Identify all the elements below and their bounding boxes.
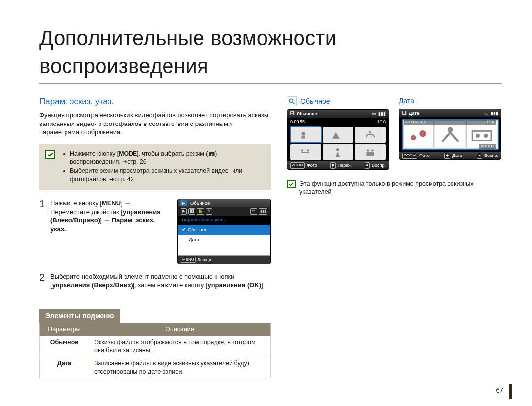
page-number-tab (509, 384, 512, 399)
thumbnail (323, 144, 354, 160)
preview-title-label: Дата (399, 96, 414, 106)
svg-point-0 (289, 99, 293, 103)
menu-header: Парам. эскиз. указ. (178, 216, 270, 225)
svg-point-2 (302, 132, 305, 135)
storage-icon: ▭ (250, 208, 257, 215)
step-number: 1 (39, 199, 50, 209)
params-table: Параметры Описание Обычное Эскизы файлов… (39, 323, 271, 378)
zoom-badge: ZOOM (402, 153, 417, 159)
nav-icon: ◆ (330, 162, 336, 169)
svg-rect-3 (302, 136, 305, 139)
chip-icon: 🅰 (188, 208, 195, 215)
menu-footer-label: Выход (198, 257, 211, 263)
preview-block-normal: Обычное 🎞Обычное ▭▮▮▮ 0:00:55 1/10 (287, 96, 389, 170)
thumbnail (355, 144, 386, 160)
menu-screen: ► Обычное ▶ 🅰 🔒 ✎ (177, 199, 271, 264)
film-icon: 🎞 (402, 110, 407, 116)
date-row: 01/01/20121/10 0:10:31 (402, 119, 498, 150)
page-title: Дополнительные возможности воспроизведен… (39, 25, 501, 80)
right-column: Обычное 🎞Обычное ▭▮▮▮ 0:00:55 1/10 (287, 96, 501, 378)
svg-point-8 (336, 148, 339, 151)
submenu-title: Элементы подменю (39, 309, 120, 323)
svg-rect-11 (366, 152, 374, 156)
ok-icon: ● (477, 153, 482, 159)
table-header-desc: Описание (89, 323, 271, 336)
preview-screen-normal: 🎞Обычное ▭▮▮▮ 0:00:55 1/10 (287, 109, 389, 170)
preview-block-date: Дата 🎞Дата ▭▮▮▮ 01/01/20121/10 (399, 96, 501, 160)
menu-badge: MENU (181, 257, 196, 263)
preview-screen-date: 🎞Дата ▭▮▮▮ 01/01/20121/10 (399, 109, 501, 160)
menu-top-label: Обычное (190, 200, 210, 207)
storage-icon: ▭ (372, 111, 376, 117)
thumbnail (290, 127, 321, 143)
left-column: Парам. эскиз. указ. Функция просмотра не… (39, 96, 271, 378)
nav-icon: ◆ (444, 153, 450, 159)
svg-rect-15 (472, 131, 491, 141)
svg-point-13 (419, 130, 426, 137)
menu-option-selected: ✔Обычное (178, 225, 270, 235)
note-item-1: Нажмите кнопку [MODE], чтобы выбрать реж… (70, 150, 264, 166)
battery-icon: ▮▮▮ (259, 208, 267, 215)
chip-icon: ▶ (181, 208, 187, 215)
note-item-2: Выберите режим просмотра эскизных указат… (70, 167, 264, 183)
section-title: Парам. эскиз. указ. (39, 96, 271, 108)
film-icon: 🎞 (290, 111, 295, 117)
title-rule (39, 83, 501, 84)
tab-video-icon: ► (180, 200, 187, 206)
manual-page: Дополнительные возможности воспроизведен… (0, 0, 532, 406)
check-icon (45, 150, 55, 159)
battery-icon: ▮▮▮ (378, 111, 386, 117)
magnifier-icon (287, 96, 297, 106)
thumbnail (323, 127, 354, 143)
svg-rect-5 (302, 152, 309, 153)
page-number: 67 (496, 386, 503, 395)
svg-point-6 (301, 149, 303, 151)
step-2: 2 Выберите необходимый элемент подменю с… (39, 272, 271, 289)
chip-icon: 🔒 (197, 208, 204, 215)
intro-text: Функция просмотра нескольких видеофайлов… (39, 111, 271, 137)
step-number: 2 (39, 272, 50, 282)
check-icon (287, 180, 296, 188)
svg-line-1 (293, 102, 295, 104)
table-row: Дата Записанные файлы в виде эскизных ук… (40, 357, 271, 378)
storage-icon: ▭ (484, 110, 489, 116)
battery-icon: ▮▮▮ (491, 110, 498, 116)
svg-point-4 (369, 131, 371, 133)
svg-point-9 (367, 149, 369, 151)
content-columns: Парам. эскиз. указ. Функция просмотра не… (39, 96, 501, 378)
right-note: Эта функция доступна только в режиме про… (287, 180, 501, 196)
chip-icon: ✎ (206, 208, 212, 215)
note-box: Нажмите кнопку [MODE], чтобы выбрать реж… (39, 144, 271, 190)
thumbnail (355, 127, 386, 143)
table-header-params: Параметры (40, 323, 89, 336)
thumbnail (290, 144, 321, 160)
svg-point-10 (371, 149, 373, 151)
step-1: 1 ► Обычное ▶ 🅰 (39, 199, 271, 264)
menu-option: Дата (178, 235, 270, 245)
preview-title-label: Обычное (300, 97, 330, 106)
svg-point-12 (411, 135, 416, 141)
svg-point-17 (484, 134, 488, 138)
ok-icon: ● (365, 162, 370, 169)
svg-point-16 (476, 134, 480, 138)
table-row: Обычное Эскизы файлов отображаются в том… (40, 336, 271, 357)
play-mode-icon (209, 152, 215, 156)
zoom-badge: ZOOM (290, 162, 305, 169)
step-list: 1 ► Обычное ▶ 🅰 (39, 199, 271, 289)
svg-point-7 (307, 149, 309, 151)
preview-row: Обычное 🎞Обычное ▭▮▮▮ 0:00:55 1/10 (287, 96, 501, 170)
